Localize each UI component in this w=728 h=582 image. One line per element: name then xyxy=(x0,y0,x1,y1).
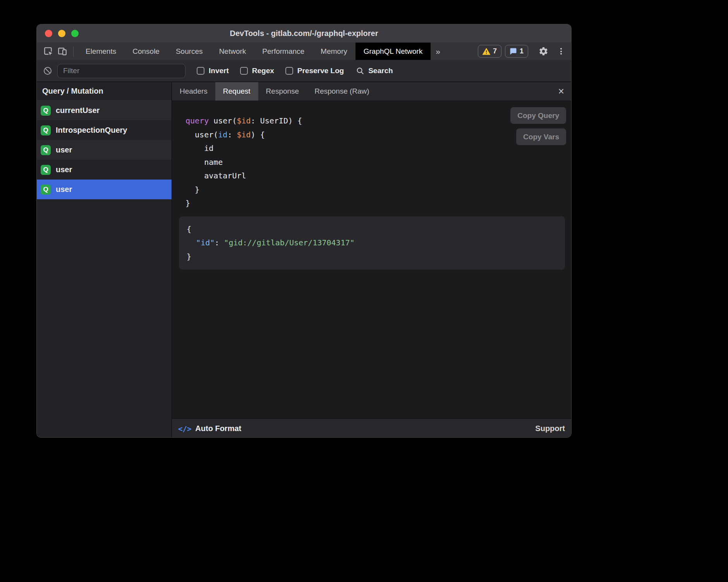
block-circle-icon xyxy=(43,66,52,75)
query-type-badge: Q xyxy=(41,106,51,116)
invert-label: Invert xyxy=(209,67,229,75)
more-tabs-button[interactable]: » xyxy=(431,47,445,56)
auto-format-label: Auto Format xyxy=(195,424,241,433)
inspect-cursor-icon xyxy=(43,46,53,56)
device-toolbar-icon xyxy=(57,46,67,56)
issues-count: 1 xyxy=(520,47,524,55)
list-item-label: IntrospectionQuery xyxy=(56,126,127,135)
toolbar-right-cluster: 7 1 xyxy=(478,45,571,58)
copy-vars-button[interactable]: Copy Vars xyxy=(516,128,566,145)
copy-buttons: Copy Query Copy Vars xyxy=(510,107,566,145)
list-item-introspectionquery[interactable]: Q IntrospectionQuery xyxy=(37,120,172,140)
detail-panel: Headers Request Response Response (Raw) … xyxy=(172,82,571,437)
code-brackets-icon: </> xyxy=(178,425,191,433)
device-toolbar-button[interactable] xyxy=(55,45,69,58)
request-detail-body: Copy Query Copy Vars query user($id: Use… xyxy=(172,101,571,419)
query-type-badge: Q xyxy=(41,125,51,135)
title-bar: DevTools - gitlab.com/-/graphql-explorer xyxy=(37,24,571,43)
detail-footer: </> Auto Format Support xyxy=(172,419,571,437)
query-type-badge: Q xyxy=(41,165,51,175)
preserve-log-label: Preserve Log xyxy=(297,67,344,75)
list-item-label: user xyxy=(56,185,72,194)
devtools-toolbar: Elements Console Sources Network Perform… xyxy=(37,43,571,60)
issues-badge[interactable]: 1 xyxy=(505,45,528,58)
preserve-log-checkbox[interactable] xyxy=(285,67,293,75)
copy-query-button[interactable]: Copy Query xyxy=(510,107,566,124)
list-item-label: currentUser xyxy=(56,106,100,115)
invert-checkbox-group: Invert xyxy=(197,67,229,75)
query-type-badge: Q xyxy=(41,145,51,155)
query-list: Q currentUser Q IntrospectionQuery Q use… xyxy=(37,101,172,437)
window-title: DevTools - gitlab.com/-/graphql-explorer xyxy=(37,24,571,43)
support-link[interactable]: Support xyxy=(535,424,565,433)
preserve-log-checkbox-group: Preserve Log xyxy=(285,67,344,75)
clear-requests-button[interactable] xyxy=(43,66,52,75)
list-item-user-1[interactable]: Q user xyxy=(37,140,172,160)
inspect-element-button[interactable] xyxy=(41,45,55,58)
search-button[interactable]: Search xyxy=(356,67,393,75)
query-type-badge: Q xyxy=(41,185,51,195)
warning-triangle-icon xyxy=(482,48,490,55)
sidebar-header: Query / Mutation xyxy=(37,82,172,101)
query-sidebar: Query / Mutation Q currentUser Q Introsp… xyxy=(37,82,172,437)
settings-button[interactable] xyxy=(539,46,548,56)
list-item-label: user xyxy=(56,165,72,174)
more-options-icon[interactable] xyxy=(558,46,564,57)
filter-input[interactable] xyxy=(57,64,185,78)
search-label: Search xyxy=(368,67,393,75)
graphql-query-code: query user($id: UserID) { user(id: $id) … xyxy=(179,114,565,211)
filter-bar: Invert Regex Preserve Log Search xyxy=(37,60,571,82)
search-icon xyxy=(356,67,364,75)
devtools-window: DevTools - gitlab.com/-/graphql-explorer… xyxy=(37,24,571,437)
tab-memory[interactable]: Memory xyxy=(312,43,355,60)
tab-request[interactable]: Request xyxy=(215,82,258,101)
list-item-user-2[interactable]: Q user xyxy=(37,160,172,180)
gear-icon xyxy=(539,46,548,56)
tab-performance[interactable]: Performance xyxy=(254,43,312,60)
warnings-badge[interactable]: 7 xyxy=(478,45,501,58)
detail-tab-bar: Headers Request Response Response (Raw) … xyxy=(172,82,571,101)
regex-checkbox-group: Regex xyxy=(240,67,274,75)
toolbar-divider xyxy=(73,46,74,56)
tab-network[interactable]: Network xyxy=(211,43,254,60)
tab-elements[interactable]: Elements xyxy=(77,43,124,60)
tab-headers[interactable]: Headers xyxy=(172,82,215,101)
regex-checkbox[interactable] xyxy=(240,67,248,75)
content-area: Query / Mutation Q currentUser Q Introsp… xyxy=(37,82,571,437)
tab-console[interactable]: Console xyxy=(124,43,168,60)
tab-graphql-network[interactable]: GraphQL Network xyxy=(355,43,431,60)
regex-label: Regex xyxy=(252,67,274,75)
auto-format-toggle[interactable]: </> Auto Format xyxy=(178,424,241,433)
tab-response[interactable]: Response xyxy=(258,82,307,101)
list-item-label: user xyxy=(56,146,72,154)
warning-count: 7 xyxy=(493,47,497,55)
close-detail-icon[interactable]: × xyxy=(558,86,564,97)
query-variables-box: { "id": "gid://gitlab/User/13704317"} xyxy=(179,216,565,270)
message-bubble-icon xyxy=(510,48,517,55)
list-item-currentuser[interactable]: Q currentUser xyxy=(37,101,172,120)
tab-sources[interactable]: Sources xyxy=(168,43,211,60)
tab-response-raw[interactable]: Response (Raw) xyxy=(307,82,377,101)
list-item-user-3-selected[interactable]: Q user xyxy=(37,180,172,199)
invert-checkbox[interactable] xyxy=(197,67,204,75)
